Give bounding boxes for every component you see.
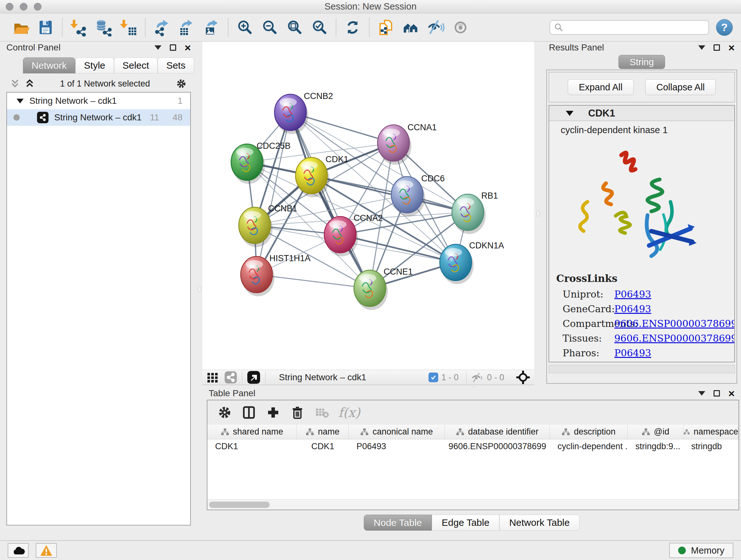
- network-node-hist1h1a[interactable]: HIST1H1A: [241, 253, 311, 296]
- network-row[interactable]: String Network – cdk1 11 48: [7, 109, 190, 126]
- float-panel-icon[interactable]: [714, 390, 720, 396]
- right-splitter-handle[interactable]: [536, 210, 540, 216]
- cell-namespace[interactable]: stringdb: [684, 439, 738, 453]
- column-header[interactable]: description: [550, 425, 628, 439]
- warning-button[interactable]: [36, 543, 57, 558]
- close-panel-icon[interactable]: ×: [728, 388, 735, 399]
- network-node-ccna2[interactable]: CCNA2: [324, 213, 383, 256]
- panel-menu-icon[interactable]: [154, 45, 161, 50]
- selected-checkbox-icon[interactable]: [428, 373, 438, 382]
- network-node-rb1[interactable]: RB1: [452, 191, 498, 234]
- collapse-all-icon[interactable]: [10, 78, 20, 89]
- help-button[interactable]: ?: [716, 19, 733, 36]
- network-node-cdkn1a[interactable]: CDKN1A: [440, 241, 504, 284]
- genecard-link[interactable]: P06493: [614, 303, 734, 314]
- hide-selected-button[interactable]: [423, 16, 448, 39]
- tissues-link[interactable]: 9606.ENSP00000378699: [614, 333, 734, 344]
- float-panel-icon[interactable]: [714, 44, 720, 51]
- panel-menu-icon[interactable]: [698, 45, 705, 50]
- tab-network-table[interactable]: Network Table: [499, 515, 580, 531]
- network-node-ccne1[interactable]: CCNE1: [354, 267, 413, 310]
- tree-caret-icon[interactable]: [17, 99, 23, 104]
- scrollbar-thumb[interactable]: [209, 502, 270, 508]
- uniprot-link[interactable]: P06493: [614, 289, 734, 300]
- cell-name[interactable]: CDK1: [297, 439, 349, 453]
- export-network-button[interactable]: [149, 16, 174, 39]
- table-row[interactable]: CDK1 CDK1 P06493 9606.ENSP00000378699 cy…: [207, 439, 738, 453]
- crosshair-icon[interactable]: [516, 370, 530, 385]
- cell-description[interactable]: cyclin-dependent ...: [550, 439, 628, 453]
- left-splitter-handle[interactable]: [198, 286, 201, 292]
- tab-string[interactable]: String: [618, 55, 665, 69]
- grid-view-icon[interactable]: [206, 371, 219, 384]
- results-scrollbar-track[interactable]: [549, 365, 735, 373]
- refresh-button[interactable]: [340, 16, 365, 39]
- tab-style[interactable]: Style: [75, 57, 114, 73]
- node-count: 11: [150, 112, 159, 123]
- export-table-button[interactable]: [174, 16, 199, 39]
- tab-select[interactable]: Select: [114, 57, 158, 73]
- column-header[interactable]: name: [297, 425, 349, 439]
- column-header[interactable]: canonical name: [349, 425, 445, 439]
- pharos-link[interactable]: P06493: [614, 348, 734, 359]
- network-collection-row[interactable]: String Network – cdk1 1: [7, 92, 190, 109]
- column-header[interactable]: namespace: [684, 425, 738, 439]
- import-table-button[interactable]: [116, 16, 141, 39]
- cell-canonical-name[interactable]: P06493: [349, 439, 445, 453]
- memory-button[interactable]: Memory: [669, 543, 733, 558]
- close-panel-icon[interactable]: ×: [185, 42, 191, 53]
- network-node-ccna1[interactable]: CCNA1: [378, 123, 437, 165]
- birdseye-icon[interactable]: [247, 370, 261, 384]
- collapse-all-button[interactable]: Collapse All: [645, 79, 716, 95]
- gear-icon[interactable]: [176, 78, 187, 89]
- tab-node-table[interactable]: Node Table: [364, 515, 432, 531]
- delete-column-icon[interactable]: [290, 405, 305, 420]
- tab-sets[interactable]: Sets: [158, 57, 194, 73]
- show-all-button[interactable]: [448, 16, 473, 39]
- column-header[interactable]: shared name: [207, 425, 297, 439]
- export-image-button[interactable]: [199, 16, 224, 39]
- import-network-database-button[interactable]: [91, 16, 116, 39]
- add-column-icon[interactable]: [266, 405, 281, 420]
- zoom-fit-button[interactable]: [282, 16, 307, 39]
- cell-shared-name[interactable]: CDK1: [207, 439, 297, 453]
- table-horizontal-scrollbar[interactable]: [207, 499, 738, 509]
- save-session-button[interactable]: [33, 16, 58, 39]
- cell-database-identifier[interactable]: 9606.ENSP00000378699: [445, 439, 550, 453]
- network-node-cdk1[interactable]: CDK1: [295, 154, 348, 197]
- panel-menu-icon[interactable]: [698, 391, 705, 395]
- minimize-window-button[interactable]: [20, 3, 27, 10]
- show-columns-icon[interactable]: [241, 405, 257, 420]
- network-node-cdc25b[interactable]: CDC25B: [231, 141, 291, 184]
- column-header[interactable]: @id: [628, 425, 684, 439]
- network-node-ccnb2[interactable]: CCNB2: [274, 91, 333, 134]
- maximize-window-button[interactable]: [34, 3, 42, 10]
- network-edge[interactable]: [257, 112, 290, 274]
- collapse-entry-icon[interactable]: [566, 111, 574, 116]
- expand-all-button[interactable]: Expand All: [568, 79, 634, 95]
- zoom-out-button[interactable]: [257, 16, 282, 39]
- cloud-button[interactable]: [8, 543, 29, 558]
- search-box[interactable]: [549, 20, 709, 35]
- protein-entry-header[interactable]: CDK1: [549, 106, 734, 121]
- zoom-in-button[interactable]: [232, 16, 257, 39]
- close-window-button[interactable]: [6, 3, 13, 10]
- network-canvas[interactable]: CCNB2CCNA1CDC25BCDK1CDC6RB1CCNB1CCNA2CDK…: [202, 42, 534, 370]
- import-network-file-button[interactable]: [66, 16, 91, 39]
- network-node-ccnb1[interactable]: CCNB1: [239, 204, 297, 247]
- share-view-icon[interactable]: [224, 371, 238, 384]
- copy-network-button[interactable]: [374, 16, 398, 39]
- search-input[interactable]: [563, 22, 704, 33]
- cell-at-id[interactable]: stringdb:9...: [628, 439, 684, 453]
- gear-icon[interactable]: [217, 405, 232, 420]
- home-button[interactable]: [398, 16, 423, 39]
- expand-all-icon[interactable]: [25, 78, 35, 89]
- float-panel-icon[interactable]: [170, 44, 176, 51]
- column-header[interactable]: database identifier: [445, 425, 550, 439]
- zoom-selected-button[interactable]: [307, 16, 332, 39]
- compartments-link[interactable]: 9606.ENSP00000378699: [614, 318, 734, 329]
- open-session-button[interactable]: [8, 16, 33, 39]
- tab-edge-table[interactable]: Edge Table: [432, 515, 499, 531]
- close-panel-icon[interactable]: ×: [728, 42, 735, 53]
- tab-network[interactable]: Network: [23, 57, 75, 73]
